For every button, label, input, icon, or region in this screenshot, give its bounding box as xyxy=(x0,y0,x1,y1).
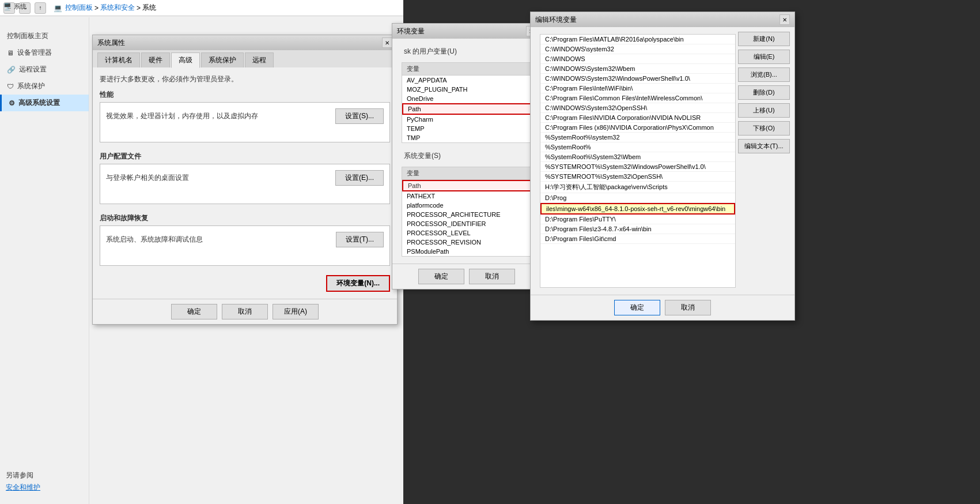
edit-path-11[interactable]: %SystemRoot% xyxy=(540,142,735,152)
sys-props-ok-button[interactable]: 确定 xyxy=(171,304,217,319)
user-var-row-av[interactable]: AV_APPDATA xyxy=(402,76,531,85)
env-vars-body: sk 的用户变量(U) 变量 AV_APPDATA MOZ_PLUGIN_PAT… xyxy=(392,39,541,264)
edit-path-20[interactable]: D:\Program Files\Git\cmd xyxy=(540,234,735,244)
edit-path-10[interactable]: %SystemRoot%\system32 xyxy=(540,133,735,142)
edit-text-button[interactable]: 编辑文本(T)... xyxy=(738,139,790,153)
user-var-row-tmp[interactable]: TMP xyxy=(402,133,531,142)
user-profile-title: 用户配置文件 xyxy=(100,152,390,161)
system-vars-table: 变量 Path PATHEXT platformcode PROCESSOR_A… xyxy=(402,167,532,257)
user-vars-section: sk 的用户变量(U) 变量 AV_APPDATA MOZ_PLUGIN_PAT… xyxy=(397,43,536,143)
system-var-row-platformcode[interactable]: platformcode xyxy=(402,201,531,210)
breadcrumb-control-panel[interactable]: 控制面板 xyxy=(65,3,93,13)
sys-props-dialog: 系统属性 ✕ 计算机名 硬件 高级 系统保护 远程 要进行大多数更改，你必须作为… xyxy=(92,35,398,325)
sidebar-item-device-manager[interactable]: 🖥 设备管理器 xyxy=(0,44,89,61)
breadcrumb-security[interactable]: 系统和安全 xyxy=(100,3,135,13)
tab-remote[interactable]: 远程 xyxy=(245,52,274,67)
sys-props-apply-button[interactable]: 应用(A) xyxy=(273,304,319,319)
edit-env-title-bar: 编辑环境变量 ✕ xyxy=(531,12,794,27)
sidebar-label-remote: 远程设置 xyxy=(19,65,47,74)
edit-path-13[interactable]: %SYSTEMROOT%\System32\WindowsPowerShell\… xyxy=(540,162,735,172)
user-var-row-pycharm[interactable]: PyCharm xyxy=(402,115,531,124)
user-profile-section: 用户配置文件 与登录帐户相关的桌面设置 设置(E)... xyxy=(100,152,390,204)
edit-path-9[interactable]: C:\Program Files (x86)\NVIDIA Corporatio… xyxy=(540,123,735,133)
user-var-row-moz[interactable]: MOZ_PLUGIN_PATH xyxy=(402,85,531,94)
startup-settings-button[interactable]: 设置(T)... xyxy=(336,232,384,247)
user-var-row-temp[interactable]: TEMP xyxy=(402,124,531,133)
edit-env-ok-button[interactable]: 确定 xyxy=(614,300,660,315)
tab-hardware[interactable]: 硬件 xyxy=(141,52,170,67)
performance-settings-button[interactable]: 设置(S)... xyxy=(335,108,384,124)
remote-icon: 🔗 xyxy=(7,66,16,74)
system-var-row-path[interactable]: Path xyxy=(402,180,531,191)
user-vars-column-header: 变量 xyxy=(402,63,531,76)
sys-props-cancel-button[interactable]: 取消 xyxy=(222,304,268,319)
up-button[interactable]: ↑ xyxy=(35,2,46,14)
edit-path-4[interactable]: C:\WINDOWS\System32\WindowsPowerShell\v1… xyxy=(540,74,735,84)
edit-path-1[interactable]: C:\WINDOWS\system32 xyxy=(540,44,735,54)
shield-icon: 🛡 xyxy=(7,82,14,91)
breadcrumb-icon: 💻 xyxy=(54,4,62,12)
user-vars-table: 变量 AV_APPDATA MOZ_PLUGIN_PATH OneDrive P… xyxy=(402,62,532,143)
edit-env-body: C:\Program Files\MATLAB\R2016a\polyspace… xyxy=(531,27,794,295)
env-vars-cancel-button[interactable]: 取消 xyxy=(469,269,515,284)
sidebar: 控制面板主页 🖥 设备管理器 🔗 远程设置 🛡 系统保护 ⚙ 高级系统设置 xyxy=(0,17,89,504)
system-vars-section: 系统变量(S) 变量 Path PATHEXT platformcode PRO… xyxy=(397,148,536,257)
edit-path-19[interactable]: D:\Program Files\z3-4.8.7-x64-win\bin xyxy=(540,224,735,234)
edit-path-8[interactable]: C:\Program Files\NVIDIA Corporation\NVID… xyxy=(540,113,735,123)
move-up-button[interactable]: 上移(U) xyxy=(738,103,790,118)
sidebar-item-remote[interactable]: 🔗 远程设置 xyxy=(0,61,89,78)
system-var-row-proc-id[interactable]: PROCESSOR_IDENTIFIER xyxy=(402,219,531,228)
edit-path-2[interactable]: C:\WINDOWS xyxy=(540,54,735,64)
sys-props-footer: 确定 取消 应用(A) xyxy=(93,299,397,324)
startup-section: 启动和故障恢复 系统启动、系统故障和调试信息 设置(T)... xyxy=(100,213,390,266)
user-profile-settings-button[interactable]: 设置(E)... xyxy=(335,170,384,186)
user-var-row-path[interactable]: Path xyxy=(402,103,531,115)
sidebar-item-protection[interactable]: 🛡 系统保护 xyxy=(0,78,89,95)
system-var-row-proc-rev[interactable]: PROCESSOR_REVISION xyxy=(402,238,531,247)
tab-computer-name[interactable]: 计算机名 xyxy=(97,52,140,67)
edit-path-0[interactable]: C:\Program Files\MATLAB\R2016a\polyspace… xyxy=(540,35,735,44)
security-link[interactable]: 安全和维护 xyxy=(6,483,40,492)
system-var-row-pathext[interactable]: PATHEXT xyxy=(402,191,531,201)
delete-path-button[interactable]: 删除(D) xyxy=(738,85,790,100)
edit-env-cancel-button[interactable]: 取消 xyxy=(665,300,711,315)
edit-path-17[interactable]: iles\mingw-w64\x86_64-8.1.0-posix-seh-rt… xyxy=(540,203,735,215)
user-var-row-onedrive[interactable]: OneDrive xyxy=(402,94,531,103)
tab-system-protection[interactable]: 系统保护 xyxy=(201,52,244,67)
edit-path-14[interactable]: %SYSTEMROOT%\System32\OpenSSH\ xyxy=(540,172,735,182)
window-title-area: 🖥️ 系统 xyxy=(3,2,27,11)
bottom-section: 另请参阅 安全和维护 xyxy=(6,471,40,492)
env-vars-footer: 确定 取消 xyxy=(392,264,541,289)
edit-path-15[interactable]: H:\学习资料\人工智能\package\venv\Scripts xyxy=(540,182,735,193)
env-vars-title-bar: 环境变量 ✕ xyxy=(392,24,541,39)
sidebar-label-advanced: 高级系统设置 xyxy=(18,98,60,108)
system-var-row-proc-arch[interactable]: PROCESSOR_ARCHITECTURE xyxy=(402,210,531,219)
breadcrumb: 💻 控制面板 > 系统和安全 > 系统 xyxy=(54,3,156,13)
window-title-text: 系统 xyxy=(14,2,27,11)
env-vars-ok-button[interactable]: 确定 xyxy=(418,269,464,284)
edit-path-5[interactable]: C:\Program Files\Intel\WiFi\bin\ xyxy=(540,84,735,93)
system-var-row-psmodule[interactable]: PSModulePath xyxy=(402,247,531,256)
new-path-button[interactable]: 新建(N) xyxy=(738,32,790,46)
also-see-label: 另请参阅 xyxy=(6,471,40,480)
breadcrumb-system: 系统 xyxy=(142,3,156,13)
system-var-row-proc-level[interactable]: PROCESSOR_LEVEL xyxy=(402,228,531,238)
edit-path-7[interactable]: C:\WINDOWS\System32\OpenSSH\ xyxy=(540,103,735,113)
edit-path-16[interactable]: D:\Prog xyxy=(540,193,735,203)
sidebar-label-protection: 系统保护 xyxy=(17,81,45,91)
sys-props-title: 系统属性 xyxy=(97,38,125,48)
edit-path-12[interactable]: %SystemRoot%\System32\Wbem xyxy=(540,152,735,162)
move-down-button[interactable]: 下移(O) xyxy=(738,121,790,136)
edit-path-3[interactable]: C:\WINDOWS\System32\Wbem xyxy=(540,64,735,74)
sys-props-body: 要进行大多数更改，你必须作为管理员登录。 性能 视觉效果，处理器计划，内存使用，… xyxy=(93,67,397,299)
edit-path-button[interactable]: 编辑(E) xyxy=(738,50,790,64)
edit-path-18[interactable]: D:\Program Files\PuTTY\ xyxy=(540,215,735,224)
tab-advanced[interactable]: 高级 xyxy=(171,52,200,68)
edit-path-6[interactable]: C:\Program Files\Common Files\Intel\Wire… xyxy=(540,93,735,103)
edit-env-list[interactable]: C:\Program Files\MATLAB\R2016a\polyspace… xyxy=(540,34,736,288)
edit-env-close-button[interactable]: ✕ xyxy=(780,14,790,25)
browse-path-button[interactable]: 浏览(B)... xyxy=(738,67,790,82)
sidebar-item-advanced[interactable]: ⚙ 高级系统设置 xyxy=(0,95,89,111)
env-vars-button[interactable]: 环境变量(N)... xyxy=(326,275,390,292)
sys-props-close-button[interactable]: ✕ xyxy=(382,37,392,48)
